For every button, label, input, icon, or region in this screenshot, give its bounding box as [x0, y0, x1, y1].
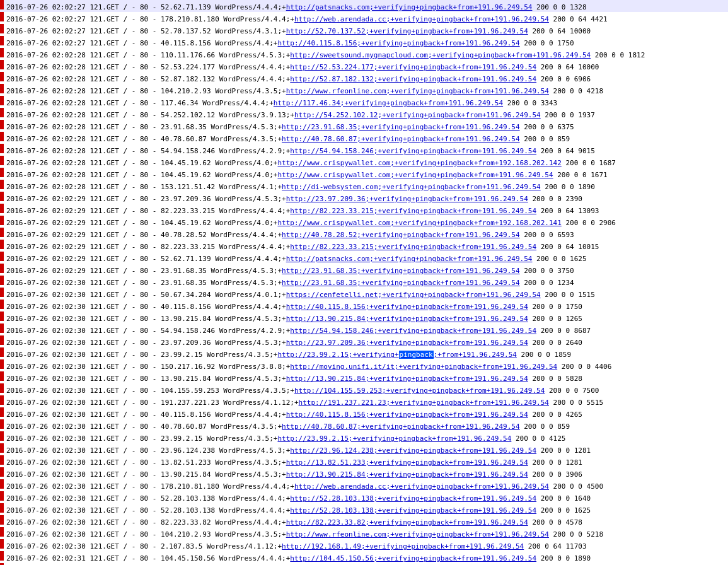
line-marker	[0, 252, 4, 261]
log-link[interactable]: http://13.90.215.84;+verifying+pingback+…	[286, 315, 528, 323]
log-link[interactable]: http://23.91.68.35;+verifying+pingback+f…	[282, 267, 520, 275]
log-line: 2016-07-26 02:02:30 121.GET / - 80 - 13.…	[0, 312, 728, 323]
line-marker	[0, 264, 4, 273]
line-marker	[0, 347, 4, 357]
log-link[interactable]: http://104.155.59.253;+verifying+pingbac…	[294, 387, 545, 395]
line-marker	[0, 288, 4, 297]
log-line-text: 2016-07-26 02:02:28 121.GET / - 80 - 104…	[5, 170, 728, 180]
log-line: 2016-07-26 02:02:30 121.GET / - 80 - 54.…	[0, 323, 728, 335]
log-line: 2016-07-26 02:02:27 121.GET / - 80 - 52.…	[0, 24, 728, 36]
line-marker	[0, 240, 4, 249]
line-marker	[0, 24, 4, 33]
log-line: 2016-07-26 02:02:28 121.GET / - 80 - 110…	[0, 48, 728, 60]
log-link[interactable]: http://13.82.51.233;+verifying+pingback+…	[286, 458, 528, 467]
log-link[interactable]: http://52.87.182.132;+verifying+pingback…	[290, 75, 536, 83]
log-line-text: 2016-07-26 02:02:30 121.GET / - 80 - 13.…	[5, 470, 728, 479]
log-link[interactable]: http://192.168.1.49;+verifying+pingback+…	[282, 542, 524, 550]
line-marker	[0, 527, 4, 537]
log-link[interactable]: http://191.237.221.23;+verifying+pingbac…	[299, 399, 549, 407]
log-link[interactable]: http://www.rfeonline.com;+verifying+ping…	[286, 530, 549, 539]
log-line: 2016-07-26 02:02:30 121.GET / - 80 - 50.…	[0, 288, 728, 300]
log-link[interactable]: http://13.90.215.84;+verifying+pingback+…	[286, 470, 528, 479]
log-line-text: 2016-07-26 02:02:30 121.GET / - 80 - 23.…	[5, 278, 728, 288]
line-marker	[0, 204, 4, 213]
log-line: 2016-07-26 02:02:30 121.GET / - 80 - 178…	[0, 479, 728, 491]
log-line-text: 2016-07-26 02:02:27 121.GET / - 80 - 52.…	[5, 26, 728, 36]
log-link[interactable]: http://82.223.33.215;+verifying+pingback…	[290, 243, 536, 251]
log-link[interactable]: http://82.223.33.215;+verifying+pingback…	[290, 207, 536, 215]
log-link[interactable]: https://cenfetelli.net;+verifying+pingba…	[286, 291, 541, 299]
log-line: 2016-07-26 02:02:30 121.GET / - 80 - 23.…	[0, 431, 728, 443]
line-marker	[0, 144, 4, 153]
log-link[interactable]: http://moving.unifi.it/it;+verifying+pin…	[290, 363, 557, 371]
log-line-text: 2016-07-26 02:02:30 121.GET / - 80 - 50.…	[5, 290, 728, 300]
line-marker	[0, 180, 4, 189]
log-link[interactable]: http://40.78.28.52;+verifying+pingback+f…	[282, 231, 520, 239]
log-link[interactable]: http://82.223.33.82;+verifying+pingback+…	[286, 518, 528, 527]
line-marker	[0, 419, 4, 429]
log-link[interactable]: http://52.53.224.177;+verifying+pingback…	[290, 63, 536, 71]
log-line: 2016-07-26 02:02:30 121.GET / - 80 - 23.…	[0, 335, 728, 347]
log-line-text: 2016-07-26 02:02:29 121.GET / - 80 - 40.…	[5, 230, 728, 240]
log-line: 2016-07-26 02:02:30 121.GET / - 80 - 52.…	[0, 491, 728, 503]
highlight-word: pingback	[399, 351, 434, 359]
log-link[interactable]: http://52.28.103.138;+verifying+pingback…	[290, 494, 536, 503]
log-line: 2016-07-26 02:02:30 121.GET / - 80 - 191…	[0, 395, 728, 407]
log-link[interactable]: http://40.78.60.87;+verifying+pingback+f…	[282, 422, 520, 431]
log-line: 2016-07-26 02:02:28 121.GET / - 80 - 54.…	[0, 108, 728, 120]
log-link[interactable]: http://23.99.2.15;+verifying+pingback+fr…	[277, 434, 511, 443]
log-line: 2016-07-26 02:02:30 121.GET / - 80 - 2.1…	[0, 539, 728, 551]
log-link[interactable]: http://40.115.8.156;+verifying+pingback+…	[286, 411, 528, 419]
log-link[interactable]: http://sweetsound.mygnapcloud.com;+verif…	[290, 51, 591, 59]
log-link[interactable]: http://23.97.209.36;+verifying+pingback+…	[286, 195, 528, 203]
log-line: 2016-07-26 02:02:28 121.GET / - 80 - 40.…	[0, 132, 728, 144]
line-marker	[0, 36, 4, 45]
line-marker	[0, 48, 4, 57]
log-line: 2016-07-26 02:02:30 121.GET / - 80 - 40.…	[0, 300, 728, 312]
log-link[interactable]: http://54.252.102.12;+verifying+pingback…	[294, 111, 541, 119]
log-line-text: 2016-07-26 02:02:30 121.GET / - 80 - 82.…	[5, 518, 728, 527]
log-link[interactable]: http://23.91.68.35;+verifying+pingback+f…	[282, 279, 520, 287]
log-link[interactable]: http://web.arendada.cc;+verifying+pingba…	[294, 482, 549, 491]
log-link[interactable]: http://54.94.158.246;+verifying+pingback…	[290, 327, 536, 335]
log-link[interactable]: http://40.115.8.156;+verifying+pingback+…	[277, 39, 519, 47]
log-link[interactable]: http://23.91.68.35;+verifying+pingback+f…	[282, 123, 520, 131]
log-link[interactable]: http://104.45.150.56;+verifying+pingback…	[290, 554, 536, 562]
line-marker	[0, 443, 4, 453]
log-line-text: 2016-07-26 02:02:30 121.GET / - 80 - 40.…	[5, 410, 728, 419]
log-link[interactable]: http://patsnacks.com;+verifying+pingback…	[286, 3, 533, 11]
log-line-text: 2016-07-26 02:02:30 121.GET / - 80 - 52.…	[5, 506, 728, 515]
log-line: 2016-07-26 02:02:28 121.GET / - 80 - 52.…	[0, 60, 728, 72]
log-line-text: 2016-07-26 02:02:28 121.GET / - 80 - 54.…	[5, 110, 728, 120]
log-link[interactable]: http://52.28.103.138;+verifying+pingback…	[290, 506, 536, 515]
log-link[interactable]: http://23.96.124.238;+verifying+pingback…	[290, 446, 536, 455]
log-link[interactable]: http://52.70.137.52;+verifying+pingback+…	[286, 27, 528, 35]
log-line-text: 2016-07-26 02:02:28 121.GET / - 80 - 52.…	[5, 74, 728, 84]
log-line: 2016-07-26 02:02:28 121.GET / - 80 - 104…	[0, 84, 728, 96]
log-line: 2016-07-26 02:02:28 121.GET / - 80 - 54.…	[0, 144, 728, 156]
log-link[interactable]: http://web.arendada.cc;+verifying+pingba…	[294, 15, 549, 23]
log-link[interactable]: http://40.115.8.156;+verifying+pingback+…	[286, 303, 528, 311]
log-line: 2016-07-26 02:02:30 121.GET / - 80 - 52.…	[0, 503, 728, 515]
log-link[interactable]: http://117.46.34;+verifying+pingback+fro…	[274, 99, 503, 107]
log-line-text: 2016-07-26 02:02:28 121.GET / - 80 - 104…	[5, 86, 728, 96]
log-line: 2016-07-26 02:02:30 121.GET / - 80 - 40.…	[0, 419, 728, 431]
log-link[interactable]: http://di-websystem.com;+verifying+pingb…	[282, 183, 541, 191]
log-line: 2016-07-26 02:02:30 121.GET / - 80 - 104…	[0, 527, 728, 539]
log-line: 2016-07-26 02:02:29 121.GET / - 80 - 52.…	[0, 252, 728, 264]
line-marker	[0, 228, 4, 237]
log-link[interactable]: http://www.crispywallet.com;+verifying+p…	[277, 171, 553, 179]
log-link[interactable]: http://23.99.2.15;+verifying+pingback;+f…	[277, 351, 517, 359]
log-link[interactable]: http://23.97.209.36;+verifying+pingback+…	[286, 339, 528, 347]
line-marker	[0, 156, 4, 165]
log-link[interactable]: http://www.rfeonline.com;+verifying+ping…	[286, 87, 549, 95]
log-line-text: 2016-07-26 02:02:30 121.GET / - 80 - 13.…	[5, 374, 728, 383]
log-line: 2016-07-26 02:02:30 121.GET / - 80 - 23.…	[0, 443, 728, 455]
log-link[interactable]: http://patsnacks.com;+verifying+pingback…	[286, 255, 533, 263]
log-link[interactable]: http://13.90.215.84;+verifying+pingback+…	[286, 375, 528, 383]
log-line-text: 2016-07-26 02:02:28 121.GET / - 80 - 40.…	[5, 134, 728, 144]
log-link[interactable]: http://www.crispywallet.com;+verifying+p…	[277, 219, 561, 227]
log-link[interactable]: http://40.78.60.87;+verifying+pingback+f…	[282, 135, 520, 143]
log-link[interactable]: http://www.crispywallet.com;+verifying+p…	[277, 159, 561, 167]
log-link[interactable]: http://54.94.158.246;+verifying+pingback…	[290, 147, 536, 155]
